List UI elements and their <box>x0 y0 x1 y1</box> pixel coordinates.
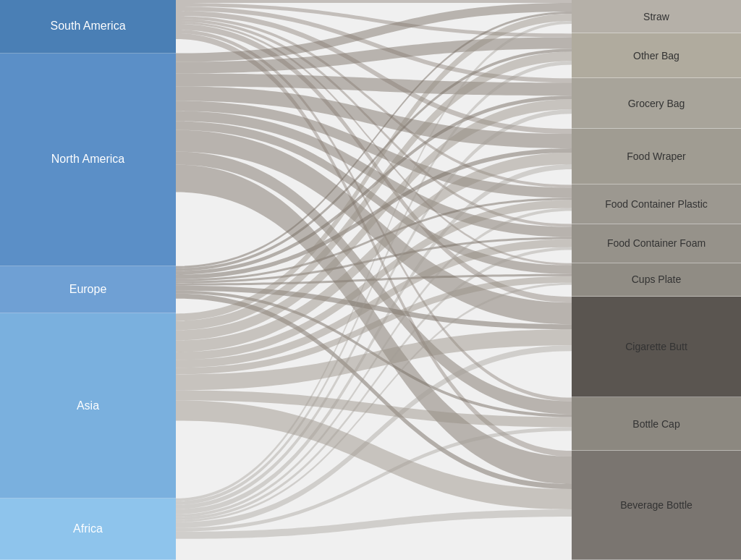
right-category-bottle_cap: Bottle Cap <box>572 397 741 451</box>
right-categories-panel: StrawOther BagGrocery BagFood WraperFood… <box>572 0 741 560</box>
sankey-flow-panel <box>176 0 572 560</box>
right-category-straw: Straw <box>572 0 741 33</box>
right-category-food_wraper: Food Wraper <box>572 129 741 184</box>
right-category-beverage_bottle: Beverage Bottle <box>572 451 741 560</box>
right-category-other_bag: Other Bag <box>572 33 741 78</box>
right-category-cups_plate: Cups Plate <box>572 263 741 297</box>
left-region-south_america: South America <box>0 0 176 54</box>
left-region-asia: Asia <box>0 313 176 498</box>
left-regions-panel: South AmericaNorth AmericaEuropeAsiaAfri… <box>0 0 176 560</box>
left-region-europe: Europe <box>0 266 176 314</box>
right-category-cigarette_butt: Cigarette Butt <box>572 297 741 397</box>
right-category-food_container_foam: Food Container Foam <box>572 224 741 263</box>
left-region-north_america: North America <box>0 54 176 266</box>
right-category-food_container_plastic: Food Container Plastic <box>572 184 741 224</box>
right-category-grocery_bag: Grocery Bag <box>572 78 741 129</box>
left-region-africa: Africa <box>0 499 176 560</box>
